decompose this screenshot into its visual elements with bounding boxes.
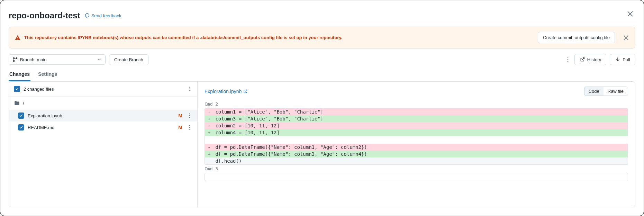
svg-rect-3 — [17, 37, 18, 38]
pull-button[interactable]: Pull — [610, 54, 635, 65]
changed-files-summary: 2 changed files — [24, 87, 183, 92]
branch-label: Branch: main — [20, 57, 47, 62]
svg-rect-4 — [17, 39, 18, 39]
pull-label: Pull — [623, 57, 630, 62]
file-name-label: Exploration.ipynb — [28, 113, 174, 118]
header: repo-onboard-test Send feedback — [9, 11, 635, 20]
tab-bar: Changes Settings — [9, 70, 635, 81]
file-status-badge: M — [178, 125, 183, 130]
diff-line: + column4 = [10, 11, 12] — [205, 129, 628, 136]
root-path-label: / — [23, 101, 24, 106]
external-link-icon — [580, 57, 585, 62]
view-mode-raw[interactable]: Raw file — [604, 87, 628, 96]
cmd-label: Cmd 3 — [205, 166, 628, 171]
root-folder-row[interactable]: / — [9, 97, 197, 110]
svg-point-15 — [189, 90, 190, 91]
file-tree-pane: 2 changed files / Exploration.ipynbMREAD… — [9, 82, 198, 207]
svg-point-7 — [13, 57, 14, 58]
page-title: repo-onboard-test — [9, 11, 80, 20]
diff-container: Cmd 2- column1 = ["Alice", "Bob", "Charl… — [205, 100, 628, 181]
diff-block-empty — [205, 173, 628, 181]
file-name-label: README.md — [28, 125, 174, 130]
svg-point-18 — [189, 117, 190, 118]
file-list: Exploration.ipynbMREADME.mdM — [9, 110, 197, 133]
history-label: History — [587, 57, 601, 62]
svg-point-2 — [85, 14, 89, 17]
diff-file-link[interactable]: Exploration.ipynb — [205, 89, 248, 94]
banner-message: This repository contains IPYNB notebook(… — [24, 35, 342, 40]
cmd-label: Cmd 2 — [205, 101, 628, 107]
view-mode-code[interactable]: Code — [584, 87, 604, 96]
diff-line: - column1 = ["Alice", "Bob", "Charlie"] — [205, 108, 628, 115]
file-status-badge: M — [178, 113, 183, 118]
file-row[interactable]: README.mdM — [9, 122, 197, 133]
toolbar-overflow-menu[interactable] — [565, 56, 571, 63]
toolbar: Branch: main Create Branch History Pull — [9, 54, 635, 65]
svg-point-13 — [189, 87, 190, 88]
chevron-down-icon — [97, 57, 102, 62]
main-panel: 2 changed files / Exploration.ipynbMREAD… — [9, 81, 635, 207]
close-icon[interactable] — [626, 10, 634, 18]
view-mode-toggle: Code Raw file — [584, 87, 628, 96]
svg-point-19 — [189, 125, 190, 126]
diff-line: df.head() — [205, 158, 628, 164]
diff-pane: Exploration.ipynb Code Raw file Cmd 2- c… — [198, 82, 635, 207]
file-checkbox[interactable] — [18, 124, 24, 130]
diff-block: - column1 = ["Alice", "Bob", "Charlie"]+… — [205, 108, 628, 165]
diff-line: + df = pd.DataFrame({"Name": column3, "A… — [205, 151, 628, 158]
create-branch-button[interactable]: Create Branch — [109, 54, 148, 65]
file-row[interactable]: Exploration.ipynbM — [9, 110, 197, 122]
file-overflow-menu[interactable] — [186, 112, 192, 119]
tab-settings[interactable]: Settings — [37, 70, 58, 81]
file-checkbox[interactable] — [18, 112, 24, 119]
download-icon — [615, 57, 620, 62]
diff-header: Exploration.ipynb Code Raw file — [205, 86, 628, 100]
git-dialog: repo-onboard-test Send feedback This rep… — [0, 0, 644, 216]
external-link-icon — [243, 89, 248, 94]
files-overflow-menu[interactable] — [186, 86, 192, 92]
warning-icon — [15, 35, 21, 41]
svg-point-12 — [568, 61, 568, 62]
diff-filename: Exploration.ipynb — [205, 89, 242, 94]
warning-banner: This repository contains IPYNB notebook(… — [9, 27, 635, 48]
diff-line: - column2 = [10, 11, 12] — [205, 122, 628, 129]
branch-icon — [12, 57, 18, 62]
folder-icon — [14, 100, 20, 106]
banner-close-icon[interactable] — [623, 34, 629, 41]
svg-point-11 — [568, 59, 568, 60]
file-overflow-menu[interactable] — [186, 124, 192, 130]
diff-line: + column3 = ["Alice", "Bob", "Charlie"] — [205, 115, 628, 122]
svg-point-21 — [189, 129, 190, 129]
diff-line: - df = pd.DataFrame({"Name": column1, "A… — [205, 144, 628, 151]
feedback-link-label: Send feedback — [91, 13, 121, 18]
tab-changes[interactable]: Changes — [9, 70, 30, 81]
svg-point-16 — [189, 114, 190, 114]
svg-point-8 — [13, 60, 14, 61]
history-button[interactable]: History — [574, 54, 606, 65]
svg-point-10 — [568, 57, 568, 58]
feedback-link[interactable]: Send feedback — [84, 13, 121, 18]
svg-point-20 — [189, 127, 190, 128]
svg-point-17 — [189, 115, 190, 116]
create-config-button[interactable]: Create commit_outputs config file — [538, 32, 615, 43]
chat-icon — [84, 13, 90, 18]
diff-line — [205, 136, 628, 144]
select-all-checkbox[interactable] — [14, 86, 20, 92]
branch-selector[interactable]: Branch: main — [9, 54, 106, 65]
svg-point-14 — [189, 89, 190, 89]
changed-files-header: 2 changed files — [9, 82, 197, 97]
